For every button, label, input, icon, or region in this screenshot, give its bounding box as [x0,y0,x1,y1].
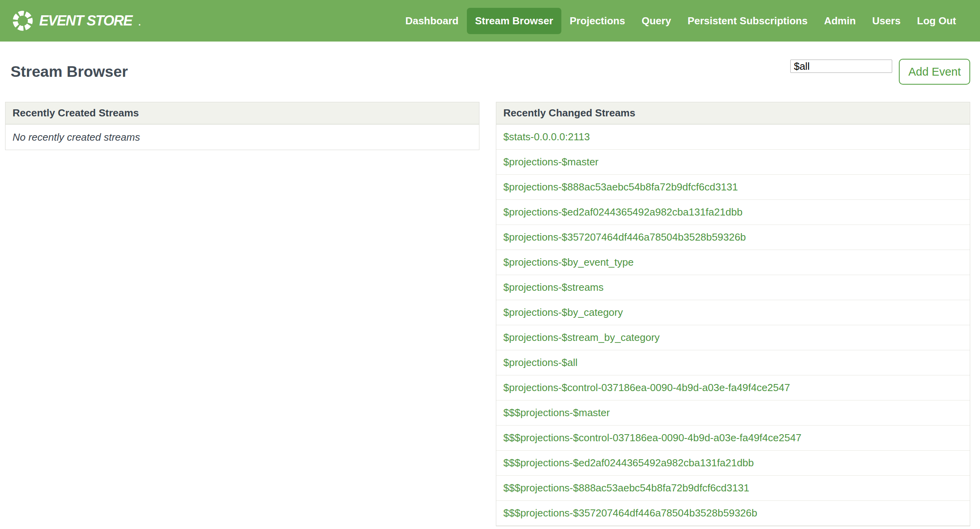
stream-row: $projections-$by_category [496,300,970,325]
page-header: Stream Browser Add Event [0,42,980,85]
nav-item-query[interactable]: Query [633,8,679,34]
empty-row: No recently created streams [5,125,479,150]
nav-item-users[interactable]: Users [864,8,909,34]
stream-link[interactable]: $projections-$by_category [503,306,623,319]
stream-link[interactable]: $$$projections-$ed2af0244365492a982cba13… [503,457,754,469]
stream-link[interactable]: $$$projections-$control-037186ea-0090-4b… [503,432,801,444]
header-actions: Add Event [790,59,970,85]
stream-row: $$$projections-$888ac53aebc54b8fa72b9dfc… [496,476,970,501]
nav-link-users[interactable]: Users [864,8,909,34]
nav-link-dashboard[interactable]: Dashboard [397,8,467,34]
brand[interactable]: EVENT STORE . [12,10,141,32]
stream-link[interactable]: $projections-$master [503,156,599,168]
add-event-button[interactable]: Add Event [899,59,970,85]
stream-row: $projections-$ed2af0244365492a982cba131f… [496,200,970,225]
nav-item-admin[interactable]: Admin [816,8,864,34]
stream-row: $projections-$master [496,150,970,175]
stream-row: $projections-$by_event_type [496,250,970,275]
stream-row: $projections-$control-037186ea-0090-4b9d… [496,375,970,400]
stream-list: $stats-0.0.0.0:2113$projections-$master$… [496,125,970,526]
stream-row: $projections-$all [496,350,970,375]
stream-link[interactable]: $stats-0.0.0.0:2113 [503,131,590,143]
nav-link-stream-browser[interactable]: Stream Browser [467,8,561,34]
nav-link-query[interactable]: Query [633,8,679,34]
stream-link[interactable]: $projections-$by_event_type [503,256,633,268]
nav-item-projections[interactable]: Projections [561,8,633,34]
stream-row: $$$projections-$ed2af0244365492a982cba13… [496,451,970,476]
brand-trademark-dot: . [138,18,141,28]
recently-created-header: Recently Created Streams [5,102,479,125]
nav-link-log-out[interactable]: Log Out [909,8,964,34]
stream-link[interactable]: $$$projections-$master [503,407,610,419]
stream-row: $$$projections-$master [496,400,970,426]
nav-item-stream-browser[interactable]: Stream Browser [467,8,561,34]
stream-name-input[interactable] [790,60,892,73]
nav-link-persistent-subscriptions[interactable]: Persistent Subscriptions [679,8,816,34]
stream-link[interactable]: $projections-$control-037186ea-0090-4b9d… [503,382,790,394]
event-store-logo-icon [12,10,34,32]
nav-item-dashboard[interactable]: Dashboard [397,8,467,34]
stream-row: $$$projections-$357207464df446a78504b352… [496,501,970,526]
recently-changed-panel: Recently Changed Streams $stats-0.0.0.0:… [496,102,970,526]
stream-panels: Recently Created Streams No recently cre… [0,85,980,526]
nav-item-persistent-subscriptions[interactable]: Persistent Subscriptions [679,8,816,34]
stream-row: $stats-0.0.0.0:2113 [496,125,970,150]
stream-link[interactable]: $projections-$streams [503,281,604,293]
nav-item-log-out[interactable]: Log Out [909,8,964,34]
stream-link[interactable]: $projections-$888ac53aebc54b8fa72b9dfcf6… [503,181,738,193]
stream-link[interactable]: $$$projections-$357207464df446a78504b352… [503,507,757,519]
stream-row: $$$projections-$control-037186ea-0090-4b… [496,426,970,451]
recently-changed-header: Recently Changed Streams [496,102,970,125]
nav-link-projections[interactable]: Projections [561,8,633,34]
stream-link[interactable]: $$$projections-$888ac53aebc54b8fa72b9dfc… [503,482,749,494]
stream-link[interactable]: $projections-$stream_by_category [503,332,660,344]
stream-link[interactable]: $projections-$all [503,357,577,369]
stream-row: $projections-$888ac53aebc54b8fa72b9dfcf6… [496,175,970,200]
top-navbar: EVENT STORE . DashboardStream BrowserPro… [0,0,980,42]
stream-link[interactable]: $projections-$357207464df446a78504b3528b… [503,231,746,243]
stream-row: $projections-$357207464df446a78504b3528b… [496,225,970,250]
stream-link[interactable]: $projections-$ed2af0244365492a982cba131f… [503,206,742,218]
page-title: Stream Browser [11,59,128,85]
main-content: Stream Browser Add Event Recently Create… [0,42,980,526]
stream-row: $projections-$stream_by_category [496,325,970,350]
stream-row: $projections-$streams [496,275,970,300]
recently-created-panel: Recently Created Streams No recently cre… [5,102,479,150]
brand-text: EVENT STORE [39,13,132,29]
nav-link-admin[interactable]: Admin [816,8,864,34]
nav-items: DashboardStream BrowserProjectionsQueryP… [397,8,964,34]
